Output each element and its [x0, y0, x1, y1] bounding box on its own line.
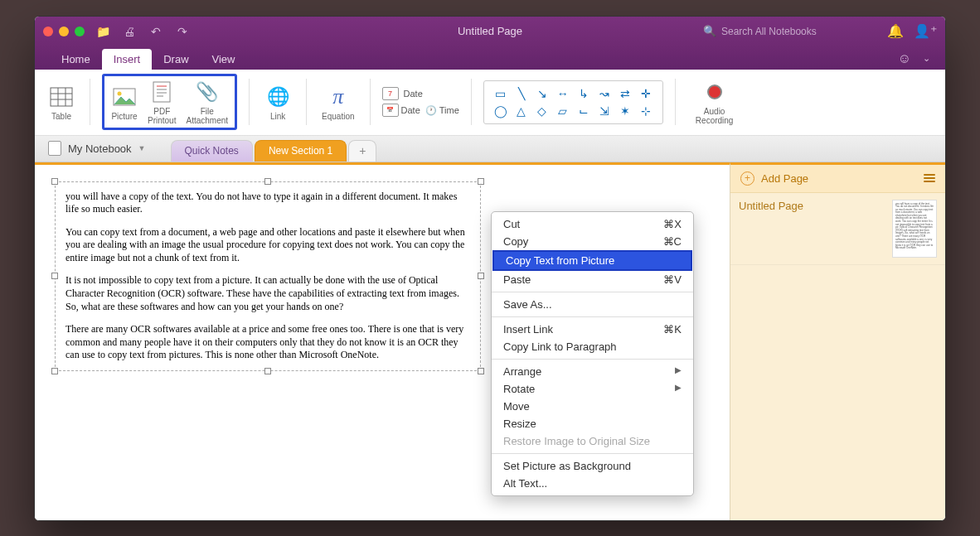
- resize-handle-tr[interactable]: [478, 178, 484, 185]
- notifications-icon[interactable]: 🔔: [887, 23, 904, 39]
- open-icon[interactable]: 📁: [96, 25, 109, 38]
- menu-draw[interactable]: Draw: [152, 49, 200, 70]
- titlebar: 📁 🖨 ↶ ↷ Untitled Page 🔍 Search All Noteb…: [35, 17, 945, 46]
- cm-save-as[interactable]: Save As...: [492, 296, 693, 313]
- shape-curve-icon[interactable]: ↝: [599, 87, 609, 100]
- chevron-down-icon[interactable]: ⌄: [923, 53, 930, 64]
- cm-move[interactable]: Move: [492, 398, 693, 415]
- smiley-icon[interactable]: ☺: [898, 51, 911, 66]
- resize-handle-ml[interactable]: [51, 273, 58, 279]
- paragraph-1: you will have a copy of the text. You do…: [65, 191, 470, 216]
- clock-icon: 🕐: [425, 105, 437, 116]
- list-view-icon[interactable]: [924, 174, 935, 182]
- content-area: you will have a copy of the text. You do…: [35, 162, 945, 520]
- app-window: 📁 🖨 ↶ ↷ Untitled Page 🔍 Search All Noteb…: [34, 16, 946, 521]
- svg-rect-7: [153, 82, 170, 102]
- menubar: Home Insert Draw View ☺ ⌄: [35, 46, 945, 70]
- notebook-dropdown[interactable]: My Notebook ▼: [40, 136, 154, 162]
- page-thumbnail: you will have a copy of the text. You do…: [892, 200, 937, 258]
- resize-handle-tl[interactable]: [51, 178, 58, 185]
- ribbon-insert-group-highlighted: Picture PDF Printout 📎 File Attachment: [102, 74, 237, 130]
- cm-insert-link[interactable]: Insert Link⌘K: [492, 321, 693, 338]
- shape-para-icon[interactable]: ▱: [558, 104, 567, 118]
- page-canvas[interactable]: you will have a copy of the text. You do…: [35, 162, 730, 520]
- resize-handle-bm[interactable]: [264, 368, 271, 374]
- cm-set-background[interactable]: Set Picture as Background: [492, 457, 693, 475]
- add-page-button[interactable]: + Add Page: [740, 171, 808, 186]
- add-people-icon[interactable]: 👤⁺: [914, 23, 937, 39]
- ribbon: Table Picture PDF Printout 📎 File Attach…: [35, 70, 945, 136]
- menu-insert[interactable]: Insert: [102, 49, 153, 70]
- picture-icon: [111, 84, 138, 110]
- page-item-title: Untitled Page: [739, 200, 884, 258]
- cm-rotate[interactable]: Rotate▶: [492, 380, 693, 398]
- print-icon[interactable]: 🖨: [123, 25, 136, 38]
- ribbon-file-attachment[interactable]: 📎 File Attachment: [184, 78, 230, 126]
- add-page-row: + Add Page: [730, 165, 945, 193]
- svg-rect-0: [51, 88, 72, 106]
- menu-view[interactable]: View: [201, 49, 247, 70]
- resize-handle-tm[interactable]: [264, 178, 271, 185]
- close-button[interactable]: [43, 27, 53, 36]
- shape-2arrow-icon[interactable]: ↔: [557, 87, 569, 100]
- caret-down-icon: ▼: [138, 144, 146, 152]
- cm-copy[interactable]: Copy⌘C: [492, 233, 693, 250]
- link-icon: 🌐: [264, 84, 291, 110]
- shape-axis-icon[interactable]: ✛: [641, 87, 651, 100]
- redo-icon[interactable]: ↷: [176, 25, 189, 38]
- shape-double-icon[interactable]: ⇄: [620, 87, 630, 100]
- table-icon: [48, 84, 75, 110]
- ribbon-table[interactable]: Table: [45, 73, 78, 132]
- cm-cut[interactable]: Cut⌘X: [492, 215, 693, 233]
- ribbon-datetime: 7Date 📅Date 🕐Time: [382, 73, 459, 132]
- shape-chart-icon[interactable]: ⌙: [579, 104, 589, 118]
- window-title: Untitled Page: [458, 25, 522, 37]
- tab-add-section[interactable]: +: [348, 140, 376, 162]
- maximize-button[interactable]: [75, 27, 85, 36]
- shape-diamond-icon[interactable]: ◇: [537, 104, 546, 118]
- resize-handle-mr[interactable]: [478, 273, 484, 279]
- selected-image-frame[interactable]: you will have a copy of the text. You do…: [55, 181, 481, 372]
- minimize-button[interactable]: [59, 27, 69, 36]
- shape-3d-icon[interactable]: ⇲: [599, 104, 609, 118]
- shape-oval-icon[interactable]: ◯: [494, 104, 507, 118]
- cm-arrange[interactable]: Arrange▶: [492, 363, 693, 380]
- ribbon-pdf-printout[interactable]: PDF Printout: [146, 78, 177, 126]
- record-icon: [701, 79, 728, 105]
- calendar-small-icon: 📅: [382, 104, 399, 117]
- quick-access-toolbar: 📁 🖨 ↶ ↷: [96, 25, 189, 38]
- ribbon-date[interactable]: 7Date: [382, 87, 459, 100]
- paperclip-icon: 📎: [194, 79, 221, 105]
- cm-copy-text-from-picture[interactable]: Copy Text from Picture: [492, 250, 692, 271]
- equation-icon: π: [325, 84, 352, 110]
- ribbon-audio-recording[interactable]: Audio Recording: [687, 73, 742, 132]
- shape-cross-icon[interactable]: ⊹: [641, 104, 651, 118]
- cm-copy-link-paragraph[interactable]: Copy Link to Paragraph: [492, 338, 693, 355]
- ribbon-shapes[interactable]: ▭ ╲ ↘ ↔ ↳ ↝ ⇄ ✛ ◯ △ ◇ ▱ ⌙ ⇲ ✶ ⊹: [483, 80, 663, 124]
- menu-home[interactable]: Home: [50, 49, 102, 70]
- tab-new-section-1[interactable]: New Section 1: [255, 140, 347, 162]
- cm-alt-text[interactable]: Alt Text...: [492, 475, 693, 492]
- page-list-item[interactable]: Untitled Page you will have a copy of th…: [730, 193, 945, 265]
- resize-handle-br[interactable]: [478, 368, 484, 374]
- shape-line-icon[interactable]: ╲: [518, 87, 525, 100]
- paragraph-3: It is not impossible to copy text from a…: [65, 274, 470, 313]
- resize-handle-bl[interactable]: [51, 368, 58, 374]
- cm-resize[interactable]: Resize: [492, 415, 693, 432]
- ribbon-equation[interactable]: π Equation: [318, 73, 357, 132]
- undo-icon[interactable]: ↶: [149, 25, 163, 38]
- paragraph-2: You can copy text from a document, a web…: [65, 226, 470, 265]
- shape-elbow-icon[interactable]: ↳: [579, 87, 589, 100]
- window-controls: [43, 27, 85, 36]
- shape-star-icon[interactable]: ✶: [620, 104, 630, 118]
- shape-rect-icon[interactable]: ▭: [495, 87, 506, 100]
- tab-quick-notes[interactable]: Quick Notes: [171, 140, 253, 162]
- ribbon-link[interactable]: 🌐 Link: [261, 73, 294, 132]
- ribbon-picture[interactable]: Picture: [109, 78, 139, 126]
- shape-arrow-icon[interactable]: ↘: [537, 87, 547, 100]
- ribbon-datetime-split[interactable]: 📅Date 🕐Time: [382, 104, 459, 117]
- cm-paste[interactable]: Paste⌘V: [492, 271, 693, 288]
- submenu-arrow-icon: ▶: [675, 365, 682, 378]
- search-box[interactable]: 🔍 Search All Notebooks: [703, 22, 877, 41]
- shape-tri-icon[interactable]: △: [517, 104, 526, 118]
